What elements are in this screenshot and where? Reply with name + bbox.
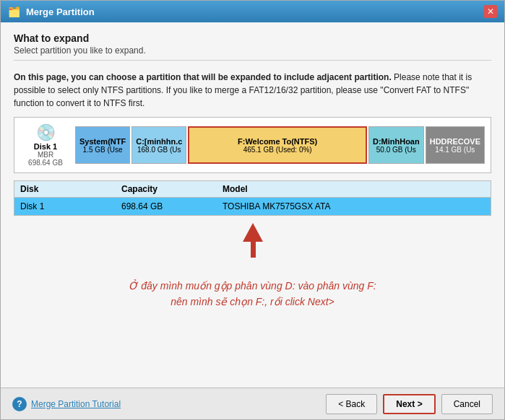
help-icon-text: ? <box>17 399 22 409</box>
arrow-graphic <box>243 223 263 258</box>
main-content: What to expand Select partition you like… <box>1 22 504 388</box>
disk-table: Disk Capacity Model Disk 1 698.64 GB TOS… <box>14 180 491 216</box>
annotation-line1: Ở đây mình muốn gộp phân vùng D: vào phâ… <box>129 278 376 294</box>
partition-c-name: C:[minhhn.c <box>136 137 182 146</box>
merge-partition-window: 🗂️ Merge Partition ✕ What to expand Sele… <box>0 0 505 420</box>
arrow-head <box>243 223 263 242</box>
partition-f-name: F:Welcome To(NTFS) <box>238 137 317 146</box>
partition-d[interactable]: D:MinhHoan 50.0 GB (Us <box>368 126 424 164</box>
title-bar-icon: 🗂️ <box>8 6 20 17</box>
table-header: Disk Capacity Model <box>14 181 491 198</box>
arrow-container <box>14 223 491 259</box>
title-bar: 🗂️ Merge Partition ✕ <box>1 1 504 22</box>
col-header-disk: Disk <box>20 184 121 194</box>
row-model: TOSHIBA MK7575GSX ATA <box>223 201 485 211</box>
partitions-row: System(NTF 1.5 GB (Use C:[minhhn.c 168.0… <box>75 126 485 164</box>
table-row[interactable]: Disk 1 698.64 GB TOSHIBA MK7575GSX ATA <box>14 198 491 215</box>
partition-d-size: 50.0 GB (Us <box>376 146 416 154</box>
annotation-line2: nên mình sẽ chọn F:, rồi click Next> <box>129 294 376 310</box>
row-capacity: 698.64 GB <box>121 201 223 211</box>
tutorial-link[interactable]: Merge Partition Tutorial <box>31 399 121 409</box>
title-bar-left: 🗂️ Merge Partition <box>8 6 95 17</box>
partition-hdd-name: HDDRECOVE <box>430 137 480 146</box>
section-header: What to expand Select partition you like… <box>14 32 491 61</box>
partition-c-size: 168.0 GB (Us <box>137 146 181 154</box>
arrow-stem <box>251 242 256 258</box>
disk-size: 698.64 GB <box>28 159 63 167</box>
partition-d-name: D:MinhHoan <box>373 137 420 146</box>
title-bar-title: Merge Partition <box>26 6 95 17</box>
disk-type: MBR <box>38 151 53 159</box>
disk-label: 💿 Disk 1 MBR 698.64 GB <box>20 123 71 167</box>
partition-c[interactable]: C:[minhhn.c 168.0 GB (Us <box>131 126 186 164</box>
back-button[interactable]: < Back <box>326 394 377 414</box>
disk-panel: 💿 Disk 1 MBR 698.64 GB System(NTF 1.5 GB… <box>14 117 491 173</box>
info-text: On this page, you can choose a partition… <box>14 71 491 110</box>
disk-label-text: Disk 1 <box>34 142 57 151</box>
cancel-button[interactable]: Cancel <box>441 394 493 414</box>
row-disk: Disk 1 <box>20 201 121 211</box>
section-subtitle: Select partition you like to expand. <box>14 45 491 56</box>
partition-system[interactable]: System(NTF 1.5 GB (Use <box>75 126 130 164</box>
help-icon[interactable]: ? <box>12 397 27 411</box>
col-header-capacity: Capacity <box>121 184 223 194</box>
disk-icon: 💿 <box>36 123 56 142</box>
col-header-model: Model <box>223 184 485 194</box>
partition-f[interactable]: F:Welcome To(NTFS) 465.1 GB (Used: 0%) <box>188 126 367 164</box>
next-button[interactable]: Next > <box>383 394 435 414</box>
footer: ? Merge Partition Tutorial < Back Next >… <box>1 388 504 419</box>
section-title: What to expand <box>14 32 491 44</box>
footer-buttons: < Back Next > Cancel <box>326 394 493 414</box>
footer-left: ? Merge Partition Tutorial <box>12 397 121 411</box>
partition-hdd-size: 14.1 GB (Us <box>435 146 475 154</box>
info-text-bold: On this page, you can choose a partition… <box>14 72 392 82</box>
partition-system-size: 1.5 GB (Use <box>83 146 123 154</box>
partition-f-size: 465.1 GB (Used: 0%) <box>243 146 312 154</box>
partition-system-name: System(NTF <box>79 137 126 146</box>
annotation-area: Ở đây mình muốn gộp phân vùng D: vào phâ… <box>14 223 491 377</box>
annotation-text: Ở đây mình muốn gộp phân vùng D: vào phâ… <box>129 278 376 310</box>
close-button[interactable]: ✕ <box>484 5 497 18</box>
partition-hdd[interactable]: HDDRECOVE 14.1 GB (Us <box>426 126 485 164</box>
